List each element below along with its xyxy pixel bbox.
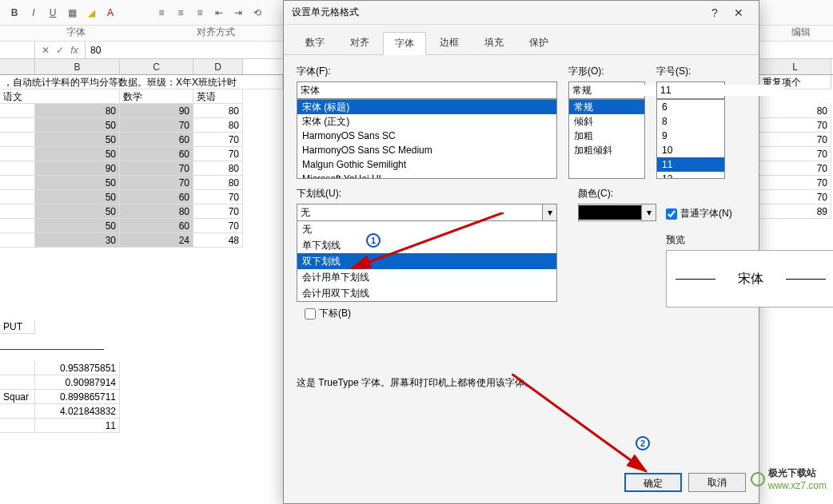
size-option[interactable]: 11 xyxy=(657,157,724,172)
cell[interactable]: 70 xyxy=(193,190,243,204)
italic-icon[interactable]: I xyxy=(25,4,42,22)
formula-input[interactable]: 80 xyxy=(86,45,101,56)
cell[interactable]: 70 xyxy=(759,176,831,190)
cell[interactable]: 70 xyxy=(759,190,831,204)
style-listbox[interactable]: 常规倾斜加粗加粗倾斜 xyxy=(568,99,645,179)
cell[interactable]: 80 xyxy=(120,204,193,219)
cell[interactable]: 50 xyxy=(35,176,120,190)
formula-accept-icon[interactable]: ✓ xyxy=(53,45,67,56)
hdr-lang[interactable]: 语文 xyxy=(0,89,120,104)
style-option[interactable]: 加粗倾斜 xyxy=(569,143,644,157)
row-header[interactable] xyxy=(0,104,35,118)
cell[interactable]: 24 xyxy=(120,233,193,248)
desc-text[interactable]: ，自动统计学科的平均分等数据。班级：X年X班统计时 xyxy=(0,75,283,89)
size-option[interactable]: 12 xyxy=(657,172,724,179)
font-input[interactable] xyxy=(297,85,556,96)
cell[interactable]: 30 xyxy=(35,233,120,248)
subscript-checkbox[interactable] xyxy=(305,308,316,319)
stat-label[interactable] xyxy=(0,404,35,419)
col-header-l[interactable]: L xyxy=(759,59,831,74)
cell[interactable]: 70 xyxy=(759,118,831,133)
row-header[interactable] xyxy=(0,190,35,204)
cell[interactable]: 70 xyxy=(193,219,243,233)
cell[interactable]: 80 xyxy=(193,118,243,133)
cell[interactable]: 80 xyxy=(759,104,831,118)
style-option[interactable]: 加粗 xyxy=(569,129,644,143)
cell[interactable]: 60 xyxy=(120,219,193,233)
cell[interactable]: 90 xyxy=(120,104,193,118)
size-option[interactable]: 8 xyxy=(657,114,724,129)
font-option[interactable]: Microsoft YaHei UI xyxy=(297,172,556,179)
name-box[interactable] xyxy=(0,42,35,58)
size-option[interactable]: 6 xyxy=(657,100,724,114)
select-all-corner[interactable] xyxy=(0,59,35,74)
stat-val[interactable]: 0.953875851 xyxy=(35,361,120,375)
cell[interactable]: 70 xyxy=(759,161,831,176)
tab-number[interactable]: 数字 xyxy=(293,31,337,54)
style-option[interactable]: 常规 xyxy=(569,100,644,114)
stat-val[interactable]: 4.021843832 xyxy=(35,404,120,419)
cell[interactable]: 60 xyxy=(120,147,193,161)
cell[interactable]: 80 xyxy=(35,104,120,118)
cell[interactable]: 48 xyxy=(193,233,243,248)
row-header[interactable] xyxy=(0,161,35,176)
formula-cancel-icon[interactable]: ✕ xyxy=(38,45,53,56)
size-option[interactable]: 10 xyxy=(657,143,724,157)
close-button[interactable]: ✕ xyxy=(727,6,751,19)
cell[interactable]: 70 xyxy=(193,204,243,219)
border-icon[interactable]: ▦ xyxy=(63,4,81,22)
cell[interactable]: 50 xyxy=(35,204,120,219)
font-option[interactable]: HarmonyOS Sans SC xyxy=(297,129,556,143)
stat-label[interactable] xyxy=(0,375,35,390)
font-option[interactable]: 宋体 (标题) xyxy=(297,100,556,114)
row-header[interactable] xyxy=(0,176,35,190)
stat-val[interactable]: 0.90987914 xyxy=(35,375,120,390)
font-option[interactable]: Malgun Gothic Semilight xyxy=(297,157,556,172)
cell[interactable]: 70 xyxy=(120,161,193,176)
style-combo[interactable] xyxy=(568,81,645,99)
orientation-icon[interactable]: ⟲ xyxy=(249,4,266,22)
color-combo[interactable]: ▾ xyxy=(578,204,656,221)
size-listbox[interactable]: 689101112 xyxy=(656,99,725,179)
tab-font[interactable]: 字体 xyxy=(383,32,426,55)
stat-label[interactable] xyxy=(0,361,35,375)
cell[interactable]: 60 xyxy=(120,133,193,147)
style-option[interactable]: 倾斜 xyxy=(569,114,644,129)
cell[interactable]: 50 xyxy=(35,147,120,161)
row-header[interactable] xyxy=(0,118,35,133)
align-left-icon[interactable]: ≡ xyxy=(153,4,170,22)
size-option[interactable]: 9 xyxy=(657,129,724,143)
row-header[interactable] xyxy=(0,219,35,233)
col-header-b[interactable]: B xyxy=(35,59,120,74)
cell[interactable]: 70 xyxy=(759,133,831,147)
underline-icon[interactable]: U xyxy=(44,4,62,22)
font-option[interactable]: 宋体 (正文) xyxy=(297,114,556,129)
cell[interactable]: 70 xyxy=(120,176,193,190)
size-combo[interactable] xyxy=(656,81,725,99)
stat-label[interactable] xyxy=(0,419,35,433)
stat-val[interactable]: 0.899865711 xyxy=(35,390,120,404)
fill-color-icon[interactable]: ◢ xyxy=(82,4,100,22)
cell[interactable]: 60 xyxy=(120,190,193,204)
row-header[interactable] xyxy=(0,204,35,219)
cell[interactable]: 50 xyxy=(35,118,120,133)
fx-icon[interactable]: fx xyxy=(67,45,82,56)
cell[interactable]: 70 xyxy=(193,147,243,161)
tab-border[interactable]: 边框 xyxy=(428,31,471,54)
row-header[interactable] xyxy=(0,133,35,147)
help-button[interactable]: ? xyxy=(703,6,727,19)
col-header-d[interactable]: D xyxy=(193,59,243,74)
col-header-c[interactable]: C xyxy=(120,59,193,74)
stat-val[interactable]: 11 xyxy=(35,419,120,433)
tab-protect[interactable]: 保护 xyxy=(517,31,560,54)
output-label[interactable]: PUT xyxy=(0,319,35,334)
cell[interactable]: 70 xyxy=(193,133,243,147)
stat-label[interactable]: Squar xyxy=(0,390,35,404)
hdr-math[interactable]: 数学 xyxy=(120,89,193,104)
normal-font-checkbox[interactable] xyxy=(666,208,677,220)
font-color-icon[interactable]: A xyxy=(102,4,119,22)
cell[interactable]: 80 xyxy=(193,104,243,118)
align-center-icon[interactable]: ≡ xyxy=(172,4,189,22)
tab-fill[interactable]: 填充 xyxy=(472,31,516,54)
chevron-down-icon[interactable]: ▾ xyxy=(641,204,656,220)
